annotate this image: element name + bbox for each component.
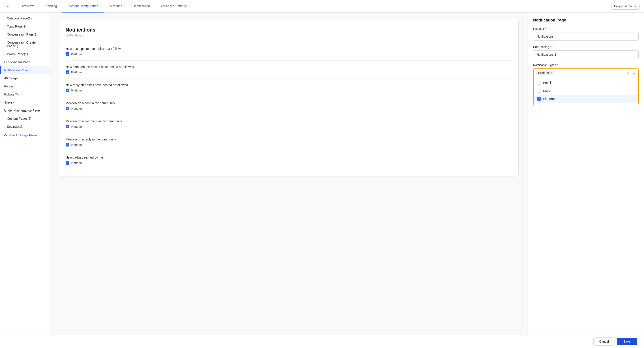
subheading-required: * <box>550 45 551 48</box>
sidebar-item-robots-txt[interactable]: Robots Txt <box>0 90 49 98</box>
cancel-button[interactable]: Cancel <box>594 338 614 346</box>
email-checkbox[interactable] <box>537 81 541 85</box>
platform-label-3: Platform <box>71 107 82 110</box>
subheading-field-group: SubHeading * <box>533 45 639 59</box>
clear-icon[interactable]: × <box>627 71 629 75</box>
subheading-input[interactable] <box>533 50 639 59</box>
sidebar-item-label: Profile Page(1) <box>7 52 28 56</box>
notification-types-field-group: Notification Types * Platform × × ▲ <box>533 63 639 105</box>
nav-tabs: Overview Branding Content Configuration … <box>15 0 611 12</box>
sidebar-item-conversation-create-page[interactable]: › Conversation Create Page(1) <box>0 38 49 50</box>
option-sms[interactable]: SMS <box>534 87 638 95</box>
main-layout: › Category Page(1) › Topic Page(2) › Con… <box>0 12 644 348</box>
platform-label-4: Platform <box>71 125 82 128</box>
tab-gamification[interactable]: Gamification <box>127 0 155 12</box>
sidebar-item-404-page[interactable]: 404 Page <box>0 74 49 82</box>
sidebar-item-label: Topic Page(2) <box>7 25 26 28</box>
subheading-label: SubHeading * <box>533 45 639 48</box>
platform-label-1: Platform <box>71 71 82 74</box>
tag-label: Platform <box>538 71 549 74</box>
notification-label: New posts posted on topics that I follow <box>66 47 511 50</box>
platform-label-0: Platform <box>71 53 82 56</box>
notification-label: New badges earned by me <box>66 156 511 159</box>
sidebar-item-label: Conversation Create Page(1) <box>7 41 46 48</box>
sidebar-item-topic-page[interactable]: › Topic Page(2) <box>0 22 49 30</box>
notification-row: Mention on a post in the community Platf… <box>66 97 511 115</box>
platform-checkbox-5[interactable] <box>66 143 69 147</box>
platform-tag: Platform × <box>536 71 554 75</box>
back-button[interactable]: ← <box>4 3 12 10</box>
checkbox-row: Platform <box>66 161 511 165</box>
chevron-up-icon[interactable]: ▲ <box>633 71 636 74</box>
select-controls: × ▲ <box>627 71 636 75</box>
chevron-right-icon: › <box>4 43 5 46</box>
option-platform[interactable]: Platform <box>534 95 638 103</box>
notification-row: New comment on posts I have posted or fo… <box>66 61 511 79</box>
sidebar-item-label: Survey <box>4 101 14 104</box>
sidebar-item-leaderboard-page[interactable]: Leaderboard Page <box>0 58 49 66</box>
checkbox-row: Platform <box>66 89 511 92</box>
heading-label: Heading * <box>533 27 639 30</box>
platform-checkbox-2[interactable] <box>66 89 69 92</box>
platform-label-5: Platform <box>71 143 82 147</box>
heading-input[interactable] <box>533 32 639 41</box>
checkbox-row: Platform <box>66 52 511 56</box>
save-button[interactable]: Save <box>617 338 637 345</box>
sidebar-item-label: 404 Page <box>4 76 18 80</box>
heading-required: * <box>545 27 546 30</box>
tab-branding[interactable]: Branding <box>39 0 62 12</box>
chevron-right-icon: › <box>4 33 5 36</box>
platform-checkbox-4[interactable] <box>66 125 69 128</box>
sidebar-item-under-maintenance[interactable]: Under Maintenance Page <box>0 106 49 115</box>
page-title: Notifications <box>66 27 511 33</box>
platform-option-checkbox[interactable] <box>537 97 541 101</box>
sidebar-item-notification-page[interactable]: Notification Page <box>0 66 49 74</box>
tab-overview[interactable]: Overview <box>15 0 39 12</box>
sidebar-item-label: Settings(1) <box>7 125 22 128</box>
panel-title: Notification Page <box>533 18 639 22</box>
page-subtitle: Notifications 1 <box>66 34 511 37</box>
sidebar-item-label: Custom Pages(9) <box>7 117 31 120</box>
notification-types-select[interactable]: Platform × × ▲ <box>534 69 638 77</box>
checkbox-row: Platform <box>66 70 511 74</box>
sidebar-item-label: Category Page(1) <box>7 16 32 20</box>
sidebar-item-category-page[interactable]: › Category Page(1) <box>0 14 49 22</box>
chevron-right-icon: › <box>4 53 5 56</box>
notif-types-required: * <box>557 63 558 67</box>
checkbox-row: Platform <box>66 125 511 128</box>
platform-checkbox-6[interactable] <box>66 161 69 165</box>
notification-label: New comment on posts I have posted or fo… <box>66 65 511 69</box>
sidebar-item-settings[interactable]: › Settings(1) <box>0 123 49 131</box>
sidebar-item-survey[interactable]: Survey <box>0 98 49 106</box>
language-selector[interactable]: English (US) ▼ <box>611 3 640 10</box>
sidebar-item-profile-page[interactable]: › Profile Page(1) <box>0 50 49 58</box>
tab-screener[interactable]: Screener <box>104 0 127 12</box>
option-label-sms: SMS <box>543 89 550 93</box>
tab-advanced-settings[interactable]: Advanced Settings <box>155 0 192 12</box>
notification-row: New badges earned by me Platform <box>66 151 511 169</box>
tab-content-configuration[interactable]: Content Configuration <box>62 0 104 12</box>
sidebar-item-conversation-page[interactable]: › Conversation Page(2) <box>0 30 49 38</box>
platform-checkbox-3[interactable] <box>66 107 69 110</box>
platform-checkbox-1[interactable] <box>66 70 69 74</box>
sidebar-item-label: Conversation Page(2) <box>7 33 38 36</box>
notification-row: New posts posted on topics that I follow… <box>66 42 511 61</box>
tag-close-button[interactable]: × <box>550 71 552 74</box>
sms-checkbox[interactable] <box>537 89 541 93</box>
checkbox-row: Platform <box>66 143 511 147</box>
notification-label: New reply on posts I have posted or foll… <box>66 83 511 87</box>
notification-row: New reply on posts I have posted or foll… <box>66 79 511 97</box>
option-email[interactable]: Email <box>534 79 638 87</box>
sidebar: › Category Page(1) › Topic Page(2) › Con… <box>0 12 49 348</box>
top-nav: ← Overview Branding Content Configuratio… <box>0 0 644 12</box>
right-panel: Notification Page Heading * SubHeading *… <box>528 12 644 348</box>
checkbox-row: Platform <box>66 107 511 110</box>
view-full-page-preview-link[interactable]: 👁 View Full Page Preview <box>0 131 49 140</box>
sidebar-item-label: Footer <box>4 85 13 88</box>
language-label: English (US) <box>614 4 632 8</box>
notification-row: Mention on a reply in the community Plat… <box>66 133 511 151</box>
eye-icon: 👁 <box>4 133 8 138</box>
platform-checkbox-0[interactable] <box>66 52 69 56</box>
sidebar-item-footer[interactable]: Footer <box>0 82 49 90</box>
sidebar-item-custom-pages[interactable]: › Custom Pages(9) <box>0 115 49 123</box>
